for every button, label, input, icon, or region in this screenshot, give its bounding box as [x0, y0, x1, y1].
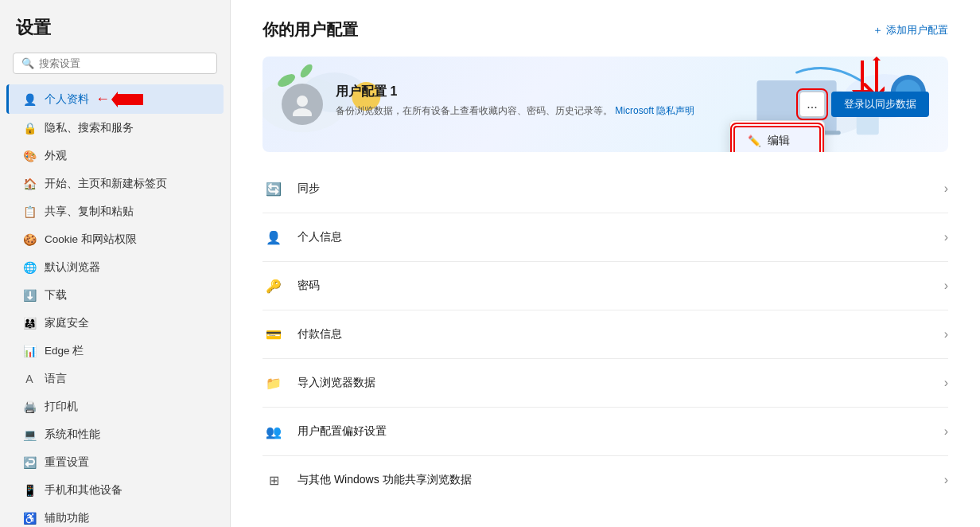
- appearance-nav-icon: 🎨: [22, 149, 37, 163]
- profile-banner: 用户配置 1 备份浏览数据，在所有设备上查看收藏内容、密码、历史记录等。 Mic…: [262, 57, 948, 152]
- section-item-import[interactable]: 📁导入浏览器数据›: [262, 359, 948, 408]
- default-nav-icon: 🌐: [22, 260, 37, 275]
- sidebar-item-privacy[interactable]: 🔒隐私、搜索和服务: [6, 115, 224, 142]
- edge-bar-nav-icon: 📊: [22, 344, 37, 358]
- svg-point-13: [297, 96, 308, 107]
- sidebar-item-label-appearance: 外观: [45, 149, 67, 163]
- section-label-personal-info: 个人信息: [298, 230, 944, 244]
- svg-point-14: [293, 108, 312, 116]
- edit-icon: ✏️: [748, 135, 761, 147]
- language-nav-icon: A: [22, 372, 37, 386]
- edit-label: 编辑: [768, 134, 790, 148]
- edit-menu-item[interactable]: ✏️ 编辑: [733, 126, 821, 152]
- payment-section-icon: 💳: [262, 323, 285, 345]
- svg-marker-0: [111, 92, 143, 107]
- sidebar-item-default[interactable]: 🌐默认浏览器: [6, 254, 224, 281]
- sidebar-item-edge-bar[interactable]: 📊Edge 栏: [6, 338, 224, 365]
- search-box[interactable]: 🔍: [13, 53, 217, 74]
- profile-nav-icon: 👤: [22, 92, 37, 107]
- section-item-sync[interactable]: 🔄同步›: [262, 165, 948, 213]
- sidebar-item-start[interactable]: 🏠开始、主页和新建标签页: [6, 170, 224, 197]
- personal-info-section-icon: 👤: [262, 226, 285, 248]
- profile-name: 用户配置 1: [336, 84, 694, 100]
- sidebar-item-label-cookies: Cookie 和网站权限: [45, 232, 137, 247]
- profile-actions: ... ✏️ 编辑 🗑️ 删除 登录以同步数据: [799, 92, 929, 117]
- page-title: 你的用户配置: [262, 19, 358, 41]
- section-chevron-password: ›: [944, 279, 948, 293]
- sidebar-item-family[interactable]: 👨‍👩‍👧家庭安全: [6, 310, 224, 337]
- section-chevron-profile-settings: ›: [944, 424, 948, 439]
- red-arrow-sidebar: ←: [95, 91, 110, 107]
- sidebar-item-label-reset: 重置设置: [45, 455, 89, 470]
- sidebar-item-phone[interactable]: 📱手机和其他设备: [6, 477, 224, 504]
- sync-button[interactable]: 登录以同步数据: [831, 92, 929, 117]
- sidebar-red-arrow-icon: [111, 92, 143, 107]
- password-section-icon: 🔑: [262, 275, 285, 297]
- section-chevron-sync: ›: [944, 182, 948, 196]
- sidebar-item-download[interactable]: ⬇️下载: [6, 282, 224, 309]
- add-profile-button[interactable]: ＋ 添加用户配置: [873, 23, 948, 37]
- sidebar-item-label-printer: 打印机: [45, 400, 78, 414]
- sidebar-item-label-default: 默认浏览器: [45, 260, 100, 275]
- section-label-payment: 付款信息: [298, 327, 944, 342]
- section-list: 🔄同步›👤个人信息›🔑密码›💳付款信息›📁导入浏览器数据›👥用户配置偏好设置›⊞…: [262, 165, 948, 504]
- sidebar-item-profile[interactable]: 👤个人资料←: [6, 84, 224, 114]
- privacy-nav-icon: 🔒: [22, 121, 37, 135]
- section-label-windows-share: 与其他 Windows 功能共享浏览数据: [298, 473, 944, 487]
- section-item-profile-settings[interactable]: 👥用户配置偏好设置›: [262, 408, 948, 456]
- profile-description: 备份浏览数据，在所有设备上查看收藏内容、密码、历史记录等。 Microsoft …: [336, 103, 694, 118]
- sidebar-item-accessibility[interactable]: ♿辅助功能: [6, 505, 224, 527]
- sidebar-item-printer[interactable]: 🖨️打印机: [6, 393, 224, 420]
- sidebar-item-label-privacy: 隐私、搜索和服务: [45, 121, 134, 135]
- sidebar-item-label-system: 系统和性能: [45, 427, 100, 442]
- main-content: 你的用户配置 ＋ 添加用户配置: [231, 0, 980, 527]
- privacy-link[interactable]: Microsoft 隐私声明: [615, 105, 694, 116]
- sidebar-item-label-profile: 个人资料: [45, 92, 89, 107]
- section-label-import: 导入浏览器数据: [298, 376, 944, 390]
- sidebar-item-label-language: 语言: [45, 372, 67, 386]
- main-header: 你的用户配置 ＋ 添加用户配置: [262, 19, 948, 41]
- dropdown-menu: ✏️ 编辑 🗑️ 删除: [729, 120, 825, 152]
- ellipsis-icon: ...: [807, 97, 817, 111]
- section-item-personal-info[interactable]: 👤个人信息›: [262, 213, 948, 262]
- search-icon: 🔍: [21, 57, 34, 69]
- add-profile-label: 添加用户配置: [886, 23, 948, 37]
- reset-nav-icon: ↩️: [22, 455, 37, 470]
- sidebar-item-label-phone: 手机和其他设备: [45, 483, 122, 498]
- avatar: [282, 84, 323, 125]
- section-chevron-personal-info: ›: [944, 230, 948, 244]
- start-nav-icon: 🏠: [22, 177, 37, 191]
- more-options-button[interactable]: ...: [799, 92, 825, 117]
- search-input[interactable]: [39, 57, 208, 69]
- system-nav-icon: 💻: [22, 427, 37, 442]
- sidebar-item-language[interactable]: A语言: [6, 365, 224, 392]
- sidebar-title: 设置: [0, 16, 230, 53]
- sync-section-icon: 🔄: [262, 178, 285, 200]
- download-nav-icon: ⬇️: [22, 288, 37, 303]
- sidebar-item-share[interactable]: 📋共享、复制和粘贴: [6, 198, 224, 225]
- section-chevron-payment: ›: [944, 327, 948, 342]
- sidebar: 设置 🔍 👤个人资料←🔒隐私、搜索和服务🎨外观🏠开始、主页和新建标签页📋共享、复…: [0, 0, 231, 527]
- section-chevron-windows-share: ›: [944, 473, 948, 487]
- sidebar-item-appearance[interactable]: 🎨外观: [6, 142, 224, 170]
- sidebar-item-label-edge-bar: Edge 栏: [45, 344, 84, 358]
- section-chevron-import: ›: [944, 376, 948, 390]
- section-label-sync: 同步: [298, 182, 944, 196]
- sidebar-item-label-share: 共享、复制和粘贴: [45, 205, 134, 219]
- profile-text: 用户配置 1 备份浏览数据，在所有设备上查看收藏内容、密码、历史记录等。 Mic…: [336, 84, 694, 118]
- sidebar-item-label-family: 家庭安全: [45, 316, 89, 330]
- sidebar-item-reset[interactable]: ↩️重置设置: [6, 449, 224, 476]
- sidebar-item-system[interactable]: 💻系统和性能: [6, 421, 224, 448]
- section-item-payment[interactable]: 💳付款信息›: [262, 310, 948, 359]
- sidebar-item-cookies[interactable]: 🍪Cookie 和网站权限: [6, 226, 224, 253]
- accessibility-nav-icon: ♿: [22, 511, 37, 525]
- cookies-nav-icon: 🍪: [22, 232, 37, 247]
- section-item-windows-share[interactable]: ⊞与其他 Windows 功能共享浏览数据›: [262, 456, 948, 504]
- plus-icon: ＋: [873, 23, 883, 37]
- windows-share-section-icon: ⊞: [262, 469, 285, 491]
- sidebar-item-label-start: 开始、主页和新建标签页: [45, 177, 167, 191]
- sidebar-item-label-download: 下载: [45, 288, 67, 303]
- import-section-icon: 📁: [262, 372, 285, 394]
- section-item-password[interactable]: 🔑密码›: [262, 262, 948, 310]
- sidebar-item-label-accessibility: 辅助功能: [45, 511, 89, 525]
